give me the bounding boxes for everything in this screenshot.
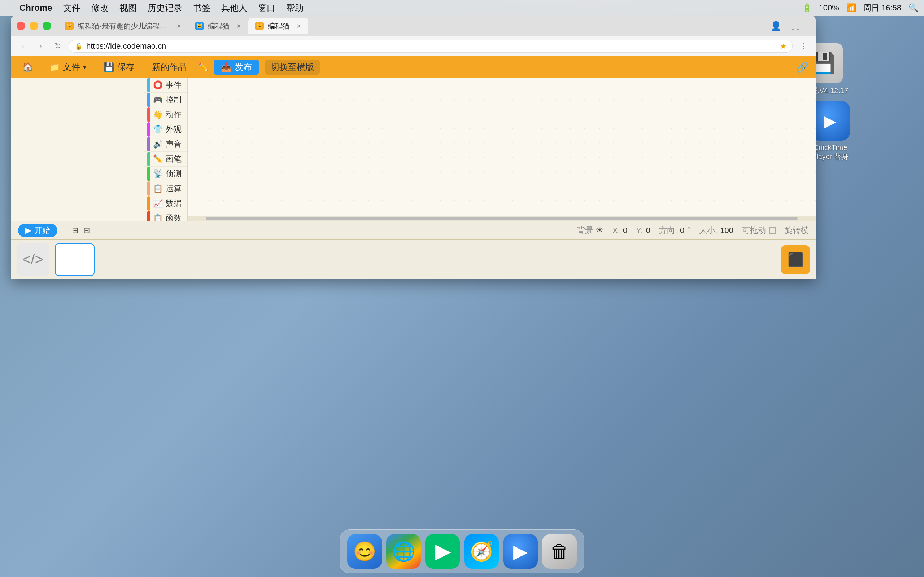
forward-button[interactable]: › — [34, 40, 47, 53]
tab-2-close[interactable]: ✕ — [234, 22, 242, 30]
category-looks[interactable]: 👕 外观 — [144, 122, 187, 137]
category-operators[interactable]: 📋 运算 — [144, 181, 187, 196]
search-icon[interactable]: 🔍 — [908, 3, 918, 13]
category-functions[interactable]: 📋 函数 — [144, 211, 187, 221]
functions-indicator — [147, 211, 150, 221]
menubar-history[interactable]: 历史记录 — [148, 2, 182, 14]
category-sound[interactable]: 🔊 声音 — [144, 137, 187, 152]
code-sprite-item[interactable]: </> — [16, 243, 49, 276]
close-button[interactable] — [16, 22, 25, 30]
sensing-indicator — [147, 167, 150, 181]
main-content: ⭕ 事件 🎮 控制 👋 动作 👕 外观 — [11, 78, 816, 221]
background-label: 背景 — [577, 225, 593, 236]
eye-icon[interactable]: 👁 — [596, 226, 604, 235]
more-options-button[interactable]: ⋮ — [797, 40, 810, 53]
menubar-help[interactable]: 帮助 — [286, 2, 304, 14]
draggable-status: 可拖动 — [742, 225, 776, 236]
menubar-bookmarks[interactable]: 书签 — [193, 2, 210, 14]
dock-iqiyi[interactable]: ▶ — [425, 534, 460, 569]
sound-label: 声音 — [166, 139, 181, 150]
direction-label: 方向: — [659, 225, 677, 236]
profile-button[interactable]: 👤 — [769, 19, 783, 33]
menubar-window[interactable]: 窗口 — [258, 2, 275, 14]
operators-label: 运算 — [166, 183, 181, 194]
looks-indicator — [147, 122, 150, 137]
tab-1-close[interactable]: ✕ — [175, 22, 183, 30]
tab-3-close[interactable]: ✕ — [294, 22, 302, 30]
finder-icon: 😊 — [353, 541, 376, 562]
looks-label: 外观 — [166, 124, 181, 135]
menubar-right-area: 🔋 100% 📶 周日 16:58 🔍 — [802, 3, 918, 13]
layout-icons: ⊞ ⊟ — [72, 226, 90, 235]
add-sprite-button[interactable]: ⬛ — [781, 245, 810, 274]
workspace[interactable] — [188, 78, 816, 221]
category-data[interactable]: 📈 数据 — [144, 196, 187, 211]
workspace-grid — [188, 78, 816, 221]
draggable-checkbox[interactable] — [769, 227, 776, 234]
category-events[interactable]: ⭕ 事件 — [144, 78, 187, 93]
menubar-file[interactable]: 文件 — [63, 2, 81, 14]
workspace-scrollbar-thumb[interactable] — [206, 217, 798, 220]
tab-1-label: 编程猫-最有趣的少儿编程教育 — [78, 21, 170, 31]
tab-2-favicon: 🐱 — [194, 21, 204, 31]
quicktime-dock-icon: ▶ — [513, 541, 528, 562]
data-indicator — [147, 196, 150, 211]
browser-window: 🐱 编程猫-最有趣的少儿编程教育 ✕ 🐱 编程猫 ✕ 🐱 编程猫 ✕ — [11, 16, 816, 279]
pencil-icon[interactable]: ✏️ — [198, 62, 208, 72]
menubar-app-name[interactable]: Chrome — [19, 3, 52, 13]
sprite-area: </> ⬛ — [11, 239, 816, 279]
list-icon[interactable]: ⊟ — [83, 226, 90, 235]
events-icon: ⭕ — [153, 81, 163, 90]
looks-icon: 👕 — [153, 125, 163, 134]
switch-view-button[interactable]: 切换至横版 — [265, 60, 320, 75]
dock-safari[interactable]: 🧭 — [464, 534, 499, 569]
tab-2[interactable]: 🐱 编程猫 ✕ — [188, 18, 248, 34]
dock-quicktime[interactable]: ▶ — [503, 534, 538, 569]
functions-icon: 📋 — [153, 213, 163, 221]
rotate-status: 旋转模 — [785, 225, 809, 236]
operators-icon: 📋 — [153, 184, 163, 193]
menubar-edit[interactable]: 修改 — [91, 2, 109, 14]
category-sensing[interactable]: 📡 侦测 — [144, 167, 187, 181]
dock-finder[interactable]: 😊 — [347, 534, 382, 569]
url-input[interactable]: 🔒 https://ide.codemao.cn ★ — [69, 40, 793, 53]
minimize-button[interactable] — [30, 22, 38, 30]
file-menu-button[interactable]: 📁 文件 ▾ — [43, 60, 92, 75]
category-motion[interactable]: 👋 动作 — [144, 108, 187, 122]
grid-icon[interactable]: ⊞ — [72, 226, 78, 235]
home-button[interactable]: 🏠 — [18, 60, 37, 75]
control-indicator — [147, 93, 150, 107]
play-button[interactable]: ▶ 开始 — [18, 224, 57, 237]
menubar-view[interactable]: 视图 — [120, 2, 137, 14]
bookmark-star-icon[interactable]: ★ — [780, 42, 787, 50]
back-button[interactable]: ‹ — [16, 40, 30, 53]
save-button[interactable]: 💾 保存 — [98, 60, 141, 75]
safari-icon: 🧭 — [470, 541, 493, 562]
tab-3[interactable]: 🐱 编程猫 ✕ — [248, 18, 308, 34]
y-status: Y: 0 — [636, 226, 650, 235]
dock-chrome[interactable]: 🌐 — [386, 534, 421, 569]
control-icon: 🎮 — [153, 95, 163, 105]
tab-1-favicon: 🐱 — [64, 21, 74, 31]
maximize-button[interactable] — [43, 22, 51, 30]
dock-trash[interactable]: 🗑 — [542, 534, 577, 569]
size-value: 100 — [720, 226, 733, 235]
workspace-scrollbar[interactable] — [188, 216, 816, 221]
category-control[interactable]: 🎮 控制 — [144, 93, 187, 108]
fullscreen-button[interactable]: ⛶ — [788, 19, 803, 33]
reload-button[interactable]: ↻ — [51, 40, 64, 53]
publish-button[interactable]: 📤 发布 — [214, 60, 259, 75]
degree-symbol: ° — [687, 226, 690, 235]
category-pen[interactable]: ✏️ 画笔 — [144, 152, 187, 167]
tab-1[interactable]: 🐱 编程猫-最有趣的少儿编程教育 ✕ — [58, 18, 188, 34]
publish-icon: 📤 — [221, 62, 232, 72]
menubar-people[interactable]: 其他人 — [221, 2, 247, 14]
bottom-area: ▶ 开始 ⊞ ⊟ 背景 👁 X: 0 Y: 0 方向: 0 — [11, 221, 816, 279]
code-icon: </> — [23, 251, 43, 268]
share-icon[interactable]: 🔗 — [796, 61, 809, 73]
pen-icon: ✏️ — [153, 154, 163, 164]
sprite-item-1[interactable] — [55, 243, 95, 276]
new-work-button[interactable]: 新的作品 — [146, 60, 192, 75]
y-value: 0 — [646, 226, 650, 235]
status-bar: ▶ 开始 ⊞ ⊟ 背景 👁 X: 0 Y: 0 方向: 0 — [11, 221, 816, 239]
